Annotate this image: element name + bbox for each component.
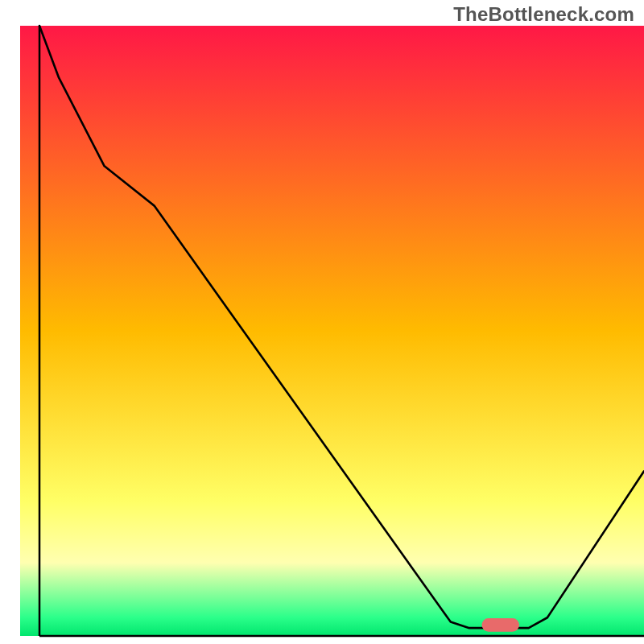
bottleneck-chart — [0, 0, 644, 644]
watermark-text: TheBottleneck.com — [453, 3, 634, 26]
plot-background — [20, 26, 644, 636]
optimum-marker — [482, 618, 520, 632]
